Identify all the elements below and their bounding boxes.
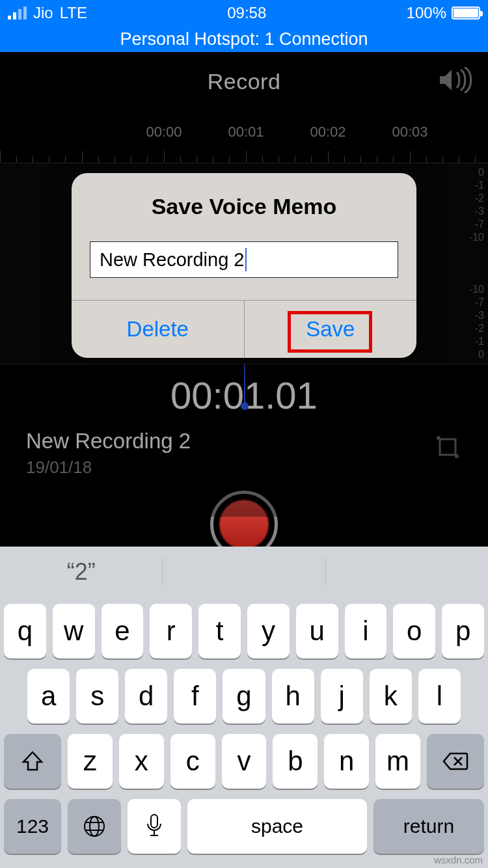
dialog-title: Save Voice Memo — [72, 173, 416, 235]
svg-point-1 — [437, 436, 441, 440]
trim-icon[interactable] — [433, 433, 462, 461]
ruler-ticks — [0, 150, 488, 163]
key-d[interactable]: d — [125, 669, 167, 724]
signal-icon — [8, 7, 27, 20]
save-memo-dialog: Save Voice Memo New Recording 2 Delete S… — [72, 173, 416, 358]
time-ruler[interactable]: 00:00 00:01 00:02 00:03 — [0, 124, 488, 163]
key-f[interactable]: f — [174, 669, 216, 724]
svg-point-3 — [85, 817, 104, 836]
key-w[interactable]: w — [53, 604, 95, 658]
key-p[interactable]: p — [442, 604, 484, 658]
key-x[interactable]: x — [119, 734, 164, 789]
key-b[interactable]: b — [273, 734, 318, 789]
key-e[interactable]: e — [102, 604, 144, 658]
network-label: LTE — [60, 4, 87, 22]
key-h[interactable]: h — [272, 669, 314, 724]
key-i[interactable]: i — [345, 604, 387, 658]
recording-date: 19/01/18 — [26, 457, 191, 478]
carrier-label: Jio — [33, 4, 53, 22]
suggestion[interactable]: “2” — [0, 558, 163, 586]
svg-point-2 — [455, 454, 459, 458]
db-scale-top: 0-1-2-3-7-10 — [469, 166, 484, 244]
backspace-key[interactable] — [427, 734, 484, 789]
key-c[interactable]: c — [170, 734, 215, 789]
battery-pct: 100% — [407, 4, 446, 22]
key-r[interactable]: r — [150, 604, 192, 658]
key-n[interactable]: n — [324, 734, 369, 789]
ruler-tick-label: 00:00 — [146, 124, 182, 141]
space-key[interactable]: space — [187, 799, 367, 854]
battery-icon — [452, 7, 480, 20]
hotspot-label: Personal Hotspot: 1 Connection — [120, 29, 368, 49]
recording-title: New Recording 2 — [26, 429, 191, 454]
clock: 09:58 — [227, 4, 266, 22]
suggestion-empty[interactable] — [163, 558, 325, 586]
key-s[interactable]: s — [76, 669, 118, 724]
ruler-tick-label: 00:03 — [392, 124, 427, 141]
key-l[interactable]: l — [418, 669, 461, 724]
suggestion-empty[interactable] — [326, 558, 488, 586]
key-q[interactable]: q — [4, 604, 46, 658]
keyboard: “2” q w e r t y u i o p a s d f g h j k … — [0, 547, 488, 868]
key-v[interactable]: v — [222, 734, 267, 789]
key-o[interactable]: o — [393, 604, 435, 658]
key-z[interactable]: z — [68, 734, 113, 789]
suggestion-bar: “2” — [0, 547, 488, 597]
key-a[interactable]: a — [27, 669, 70, 724]
dictation-key[interactable] — [128, 799, 181, 854]
globe-key[interactable] — [68, 799, 121, 854]
key-g[interactable]: g — [223, 669, 265, 724]
key-m[interactable]: m — [375, 734, 420, 789]
nav-bar: Record — [0, 52, 488, 111]
key-k[interactable]: k — [370, 669, 412, 724]
memo-name-input[interactable]: New Recording 2 — [90, 241, 398, 278]
key-j[interactable]: j — [321, 669, 363, 724]
return-key[interactable]: return — [373, 799, 484, 854]
delete-button[interactable]: Delete — [72, 301, 244, 358]
shift-key[interactable] — [4, 734, 61, 789]
memo-name-value: New Recording 2 — [100, 249, 244, 271]
save-button[interactable]: Save — [244, 301, 417, 358]
key-t[interactable]: t — [198, 604, 241, 658]
speaker-icon[interactable] — [439, 67, 472, 96]
page-title: Record — [208, 69, 281, 94]
key-row-3: z x c v b n m — [4, 734, 484, 789]
key-row-4: 123 space return — [4, 799, 484, 854]
ruler-tick-label: 00:01 — [228, 124, 264, 141]
key-row-1: q w e r t y u i o p — [4, 604, 484, 658]
key-row-2: a s d f g h j k l — [4, 669, 484, 724]
db-scale-bottom: 0-1-2-3-7-10 — [469, 283, 484, 361]
ruler-tick-label: 00:02 — [310, 124, 346, 141]
status-bar: Jio LTE 09:58 100% — [0, 0, 488, 26]
svg-rect-0 — [440, 439, 455, 455]
hotspot-banner[interactable]: Personal Hotspot: 1 Connection — [0, 26, 488, 52]
svg-rect-5 — [151, 815, 157, 828]
key-u[interactable]: u — [296, 604, 338, 658]
svg-point-4 — [90, 817, 99, 836]
recording-info: New Recording 2 19/01/18 — [0, 417, 488, 478]
numbers-key[interactable]: 123 — [4, 799, 61, 854]
watermark: wsxdn.com — [434, 854, 483, 865]
key-y[interactable]: y — [247, 604, 290, 658]
